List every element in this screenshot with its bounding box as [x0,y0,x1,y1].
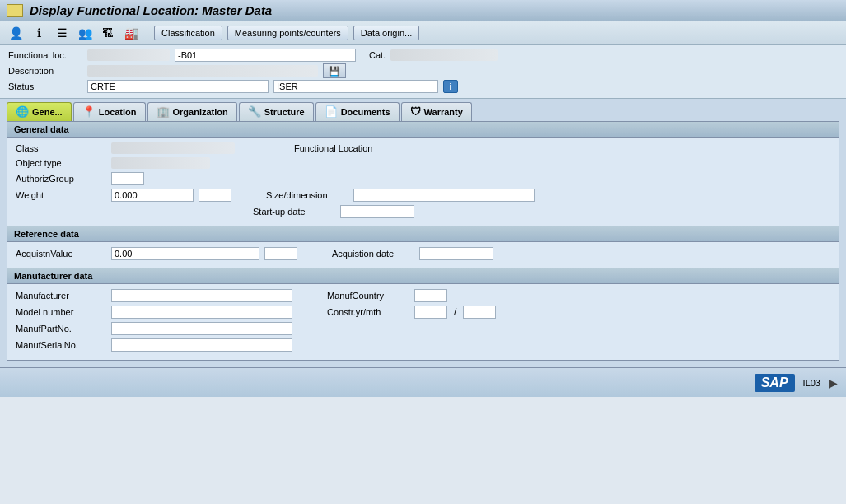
tab-location[interactable]: 📍 Location [73,102,146,121]
status-field-1[interactable] [87,80,269,93]
status-info-icon[interactable]: i [443,80,458,93]
constr-yr-field[interactable] [414,306,447,319]
object-type-label: Object type [16,158,106,168]
acquistn-value-label: AcquistnValue [16,249,106,259]
startup-date-row: Start-up date [16,205,830,218]
desc-label: Description [8,66,82,76]
classification-button[interactable]: Classification [154,26,222,40]
content-panel: General data Class Functional Location O… [7,121,839,361]
acquistn-currency-field[interactable] [264,247,297,260]
constr-yr-mth-label: Constr.yr/mth [327,307,409,317]
constr-mth-field[interactable] [463,306,496,319]
weight-label: Weight [16,190,106,200]
manuf-serial-no-field[interactable] [111,338,292,352]
cat-label: Cat. [369,50,386,60]
measuring-points-button[interactable]: Measuring points/counters [227,26,348,40]
app-icon [7,4,23,17]
toolbar: 👤 ℹ ☰ 👥 🏗 🏭 Classification Measuring poi… [0,21,846,45]
sap-logo: SAP [755,374,795,392]
data-origin-button[interactable]: Data origin... [353,26,419,40]
header-section: Functional loc. Cat. Description 💾 Statu… [0,45,846,99]
tabs-section: 🌐 Gene... 📍 Location 🏢 Organization 🔧 St… [0,99,846,121]
class-row: Class Functional Location [16,142,830,154]
general-tab-icon: 🌐 [16,105,29,118]
tab-general[interactable]: 🌐 Gene... [7,102,72,121]
class-label: Class [16,143,106,153]
organization-tab-icon: 🏢 [157,105,170,118]
general-data-section-header: General data [7,122,839,138]
page-title: Display Functional Location: Master Data [30,3,272,17]
weight-unit-field[interactable] [199,189,231,202]
tab-warranty-label: Warranty [424,107,463,117]
object-type-row: Object type [16,157,830,169]
status-code: IL03 [803,378,820,388]
tab-warranty[interactable]: 🛡 Warranty [401,102,472,121]
tab-structure[interactable]: 🔧 Structure [239,102,314,121]
person-icon[interactable]: 👤 [7,25,25,41]
acquistn-value-row: AcquistnValue Acquistion date [16,247,830,260]
hierarchy-icon[interactable]: 🏗 [99,25,117,41]
cat-value [390,49,498,61]
manuf-part-no-field[interactable] [111,322,292,335]
general-data-form: Class Functional Location Object type Au… [7,138,839,226]
tab-general-label: Gene... [32,107,63,117]
tab-documents[interactable]: 📄 Documents [315,102,400,121]
list-icon[interactable]: ☰ [53,25,71,41]
class-value-right: Functional Location [294,143,372,153]
manufacturer-label: Manufacturer [16,291,106,301]
location-tab-icon: 📍 [82,105,96,118]
model-number-field[interactable] [111,306,292,319]
tab-organization-label: Organization [173,107,228,117]
title-bar: Display Functional Location: Master Data [0,0,846,21]
status-label: Status [8,82,82,91]
structure-tab-icon: 🔧 [248,105,261,118]
reference-data-form: AcquistnValue Acquistion date [7,242,839,268]
tab-documents-label: Documents [341,107,390,117]
manufacturer-data-section-header: Manufacturer data [7,268,839,284]
authoriz-group-label: AuthorizGroup [16,174,106,184]
model-number-row: Model number Constr.yr/mth / [16,306,830,319]
acquistn-value-field[interactable] [111,247,259,260]
manuf-part-no-row: ManufPartNo. [16,322,830,335]
authoriz-group-row: AuthorizGroup [16,172,830,185]
startup-date-field[interactable] [340,205,414,218]
tab-organization[interactable]: 🏢 Organization [147,102,237,121]
func-loc-prefix [87,49,170,61]
org-icon[interactable]: 🏭 [122,25,140,41]
authoriz-group-field[interactable] [111,172,144,185]
manuf-part-no-label: ManufPartNo. [16,324,106,334]
info-icon-toolbar[interactable]: ℹ [30,25,48,41]
group-icon[interactable]: 👥 [76,25,94,41]
tab-structure-label: Structure [264,107,305,117]
size-dimension-label: Size/dimension [266,190,348,200]
class-value-redacted [111,142,235,154]
bottom-bar: SAP IL03 ▶ [0,367,846,397]
desc-value [87,65,318,77]
save-icon[interactable]: 💾 [323,63,346,78]
size-dimension-field[interactable] [353,189,535,202]
main-content: General data Class Functional Location O… [0,121,846,367]
manuf-serial-no-label: ManufSerialNo. [16,340,106,350]
slash-divider: / [454,306,456,318]
func-loc-label: Functional loc. [8,50,82,60]
weight-row: Weight Size/dimension [16,189,830,202]
object-type-value [111,157,210,169]
status-field-2[interactable] [273,80,438,93]
tab-location-label: Location [99,107,137,117]
startup-date-label: Start-up date [253,207,335,217]
weight-field[interactable] [111,189,194,202]
documents-tab-icon: 📄 [325,105,338,118]
acquisition-date-field[interactable] [419,247,493,260]
reference-data-section-header: Reference data [7,226,839,242]
manufacturer-data-form: Manufacturer ManufCountry Model number C… [7,284,839,360]
acquisition-date-label: Acquistion date [332,249,414,259]
func-loc-input[interactable] [175,49,356,62]
manufacturer-field[interactable] [111,289,292,302]
warranty-tab-icon: 🛡 [410,105,421,118]
manuf-serial-no-row: ManufSerialNo. [16,338,830,352]
manuf-country-field[interactable] [414,289,447,302]
nav-arrow[interactable]: ▶ [829,376,838,390]
model-number-label: Model number [16,307,106,317]
manuf-country-label: ManufCountry [327,291,409,301]
manufacturer-row: Manufacturer ManufCountry [16,289,830,302]
